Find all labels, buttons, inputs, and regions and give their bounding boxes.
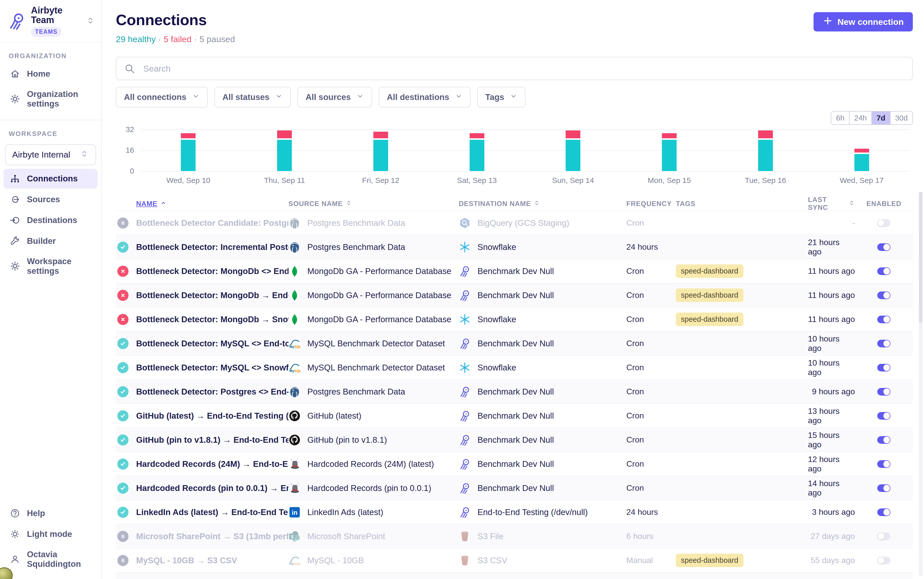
enabled-toggle[interactable] <box>877 509 891 516</box>
sidebar-item-light-mode[interactable]: Light mode <box>3 524 97 544</box>
chart-bar-group[interactable]: Tue, Sep 16 <box>717 129 814 171</box>
enabled-toggle[interactable] <box>877 316 891 323</box>
enabled-toggle[interactable] <box>877 340 891 347</box>
tags-cell: speed-dashboard <box>676 554 808 567</box>
enabled-toggle[interactable] <box>877 267 891 275</box>
search-input[interactable] <box>116 57 913 80</box>
enabled-toggle[interactable] <box>877 364 891 371</box>
destination-name: Benchmark Dev Null <box>478 435 554 445</box>
table-row[interactable]: Bottleneck Detector: MySQL <> End-to-End… <box>116 331 913 355</box>
org-plan-badge: TEAMS <box>31 27 61 37</box>
table-row[interactable]: MySQL - 10GB → S3 CSVMySQLMySQL - 10GBS3… <box>116 548 913 572</box>
sidebar-item-label: Destinations <box>27 216 77 225</box>
enabled-toggle[interactable] <box>877 557 891 564</box>
healthy-status-icon <box>117 434 128 445</box>
sidebar-item-destinations[interactable]: Destinations <box>3 210 97 230</box>
time-range-selector: 6h24h7d30d <box>831 111 913 125</box>
table-row[interactable]: GitHub (latest) → End-to-End Testing (/d… <box>116 403 913 427</box>
table-row[interactable]: Hardcoded Records (pin to 0.0.1) → End-t… <box>116 476 913 500</box>
table-row[interactable]: Bottleneck Detector: MongoDb → Snowflake… <box>116 307 913 331</box>
sun-icon <box>10 529 20 540</box>
column-header-label: FREQUENCY <box>626 200 672 208</box>
summary-separator: · <box>158 34 161 44</box>
org-switcher[interactable]: Airbyte Team TEAMS <box>0 0 101 43</box>
table-row[interactable]: Hardcoded Records (24M) → End-to-End Te.… <box>116 451 913 476</box>
filter-dropdown-all-statuses[interactable]: All statuses <box>214 87 291 108</box>
enabled-toggle[interactable] <box>877 484 891 492</box>
scrollbar-thumb[interactable] <box>919 192 922 322</box>
toggle-knob <box>883 244 890 250</box>
airbyte-icon <box>459 458 471 470</box>
failed-status-icon <box>117 290 128 301</box>
x-axis-label: Tue, Sep 16 <box>717 176 814 185</box>
time-range-24h[interactable]: 24h <box>849 112 871 124</box>
scrollbar[interactable] <box>919 192 922 576</box>
new-connection-button[interactable]: New connection <box>814 12 913 31</box>
sidebar-item-home[interactable]: Home <box>3 64 97 84</box>
sharepoint-icon: S <box>289 530 301 543</box>
column-header-name[interactable]: NAME <box>136 200 289 208</box>
connections-icon <box>10 173 20 184</box>
filter-dropdown-all-connections[interactable]: All connections <box>116 87 208 108</box>
sidebar-item-label: Light mode <box>27 529 72 539</box>
filter-dropdown-all-destinations[interactable]: All destinations <box>379 87 471 108</box>
svg-text:MySQL: MySQL <box>289 562 301 566</box>
enabled-toggle[interactable] <box>877 436 891 444</box>
table-row[interactable]: GitHub (pin to v1.8.1) → End-to-End Test… <box>116 427 913 451</box>
chart-bar-group[interactable]: Wed, Sep 17 <box>814 129 910 171</box>
filter-dropdown-all-sources[interactable]: All sources <box>297 87 372 108</box>
table-row[interactable]: MySQL - 128GB → Azure Blob Storage JSOn … <box>116 572 913 579</box>
chart-bar-group[interactable]: Thu, Sep 11 <box>236 129 333 171</box>
enabled-toggle[interactable] <box>877 412 891 420</box>
sidebar-item-organization-settings[interactable]: Organization settings <box>3 85 97 113</box>
column-header-last-sync[interactable]: LAST SYNC <box>808 196 855 212</box>
column-header-destination-name[interactable]: DESTINATION NAME <box>459 200 626 208</box>
table-row[interactable]: Bottleneck Detector: Incremental Postgre… <box>116 235 913 259</box>
failed-bar-segment <box>758 131 773 138</box>
sidebar-item-workspace-settings[interactable]: Workspace settings <box>3 252 97 280</box>
sidebar-item-builder[interactable]: Builder <box>3 231 97 251</box>
table-row[interactable]: Microsoft SharePoint → S3 (13mb performa… <box>116 524 913 548</box>
airbyte-icon <box>459 482 471 494</box>
enabled-toggle[interactable] <box>877 533 891 540</box>
enabled-toggle[interactable] <box>877 388 891 396</box>
chart-bar-group[interactable]: Wed, Sep 10 <box>140 129 236 171</box>
chart-bar-group[interactable]: Sun, Sep 14 <box>525 129 621 171</box>
success-bar-segment <box>469 140 484 171</box>
table-row[interactable]: Bottleneck Detector: MySQL <> SnowflakeM… <box>116 355 913 379</box>
table-row[interactable]: Bottleneck Detector Candidate: Postgres … <box>116 211 913 235</box>
sidebar-item-label: Organization settings <box>27 89 92 109</box>
mongodb-icon <box>289 289 301 301</box>
workspace-selector[interactable]: Airbyte Internal <box>5 144 96 165</box>
stacked-bar <box>277 131 292 171</box>
sidebar-item-connections[interactable]: Connections <box>3 169 97 188</box>
sidebar-item-sources[interactable]: Sources <box>3 190 97 209</box>
chart-bar-group[interactable]: Mon, Sep 15 <box>621 129 717 171</box>
time-range-7d[interactable]: 7d <box>871 112 890 124</box>
search-icon <box>124 63 136 75</box>
enabled-toggle[interactable] <box>877 291 891 299</box>
time-range-6h[interactable]: 6h <box>831 112 849 124</box>
destination-name: Benchmark Dev Null <box>478 459 554 469</box>
time-range-30d[interactable]: 30d <box>890 112 913 124</box>
filter-dropdown-label: All sources <box>305 92 351 102</box>
postgres-icon <box>289 241 301 253</box>
table-row[interactable]: LinkedIn Ads (latest) → End-to-End Testi… <box>116 500 913 524</box>
enabled-toggle[interactable] <box>877 219 891 227</box>
sidebar-item-help[interactable]: Help <box>3 504 97 523</box>
paused-count: 5 paused <box>199 34 235 44</box>
table-row[interactable]: Bottleneck Detector: MongoDb <> End-to-E… <box>116 259 913 283</box>
chart-bar-group[interactable]: Fri, Sep 12 <box>333 129 429 171</box>
enabled-toggle[interactable] <box>877 243 891 251</box>
filter-dropdown-tags[interactable]: Tags <box>477 87 526 108</box>
column-header-source-name[interactable]: SOURCE NAME <box>289 200 459 208</box>
frequency-value: 24 hours <box>626 242 676 252</box>
table-row[interactable]: Bottleneck Detector: Postgres <> End-to-… <box>116 379 913 403</box>
paused-status-icon <box>117 531 128 542</box>
chart-bar-group[interactable]: Sat, Sep 13 <box>429 129 525 171</box>
table-row[interactable]: Bottleneck Detector: MongoDb → End-to-En… <box>116 283 913 307</box>
sidebar-item-octavia-squiddington[interactable]: Octavia Squiddington <box>3 545 97 573</box>
destination-name: BigQuery (GCS Staging) <box>478 218 569 228</box>
column-header-label: LAST SYNC <box>808 196 846 212</box>
enabled-toggle[interactable] <box>877 460 891 468</box>
